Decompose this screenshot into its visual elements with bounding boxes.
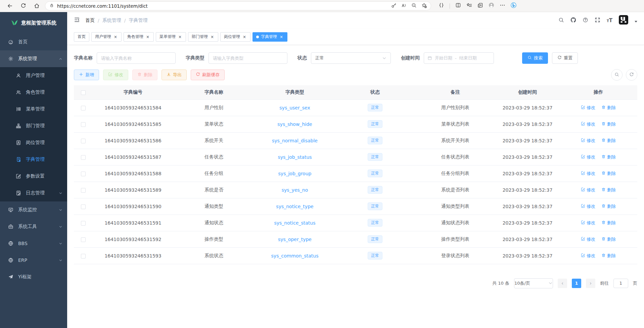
add-button[interactable]: 新增: [74, 69, 99, 80]
prev-page-button[interactable]: [558, 279, 567, 288]
dict-type-link[interactable]: sys_common_status: [271, 253, 319, 259]
tab[interactable]: 角色管理: [124, 32, 154, 42]
fullscreen-icon[interactable]: [595, 17, 600, 24]
sidebar-item[interactable]: 首页: [0, 34, 67, 50]
add-favorite-icon[interactable]: [421, 3, 427, 9]
row-checkbox[interactable]: [81, 155, 86, 160]
dict-type-link[interactable]: sys_normal_disable: [272, 138, 318, 143]
refresh-table-button[interactable]: [626, 69, 637, 81]
row-checkbox[interactable]: [81, 237, 86, 242]
address-bar[interactable]: https://ccnetcore.com:1101/system/dict: [45, 1, 431, 10]
sidebar-item[interactable]: 岗位管理: [0, 134, 67, 151]
refresh-icon[interactable]: [18, 1, 28, 11]
row-edit-button[interactable]: 修改: [581, 220, 595, 226]
sidebar-item[interactable]: 菜单管理: [0, 101, 67, 118]
search-icon[interactable]: [558, 17, 564, 24]
sidebar-item[interactable]: 参数设置: [0, 168, 67, 185]
lock-icon[interactable]: [49, 3, 54, 9]
row-checkbox[interactable]: [81, 106, 86, 110]
sidebar-item[interactable]: ERP: [0, 252, 67, 269]
tab[interactable]: 首页: [74, 32, 89, 42]
url-text[interactable]: https://ccnetcore.com:1101/system/dict: [57, 3, 388, 9]
sidebar-item[interactable]: 部门管理: [0, 118, 67, 134]
close-icon[interactable]: [242, 35, 247, 39]
status-select[interactable]: 正常: [311, 52, 391, 64]
row-checkbox[interactable]: [81, 188, 86, 193]
goto-page-input[interactable]: [613, 279, 628, 288]
delete-button[interactable]: 删除: [132, 69, 157, 80]
select-all-checkbox[interactable]: [81, 90, 86, 95]
row-checkbox[interactable]: [81, 172, 86, 176]
sidebar-item[interactable]: 用户管理: [0, 67, 67, 84]
row-delete-button[interactable]: 删除: [601, 203, 616, 209]
home-icon[interactable]: [32, 1, 42, 11]
close-icon[interactable]: [210, 35, 215, 39]
row-delete-button[interactable]: 删除: [601, 236, 616, 242]
caret-down-icon[interactable]: [635, 21, 637, 22]
page-size-select[interactable]: 10条/页: [514, 278, 553, 288]
more-icon[interactable]: [500, 2, 505, 9]
sidebar-item[interactable]: Yi框架: [0, 269, 67, 285]
close-icon[interactable]: [279, 35, 284, 39]
row-checkbox[interactable]: [81, 254, 86, 259]
row-delete-button[interactable]: 删除: [601, 220, 616, 226]
breadcrumb-home[interactable]: 首页: [85, 17, 95, 24]
row-edit-button[interactable]: 修改: [581, 121, 595, 127]
browser-essentials-icon[interactable]: [439, 2, 444, 9]
row-checkbox[interactable]: [81, 122, 86, 127]
app-logo[interactable]: 意框架管理系统: [0, 12, 67, 34]
row-edit-button[interactable]: 修改: [581, 236, 595, 242]
row-checkbox[interactable]: [81, 204, 86, 209]
read-aloud-icon[interactable]: [401, 3, 407, 9]
export-button[interactable]: 导出: [162, 69, 187, 80]
collections-icon[interactable]: [477, 2, 483, 9]
row-delete-button[interactable]: 删除: [601, 154, 616, 160]
dict-name-input[interactable]: [97, 52, 176, 64]
row-delete-button[interactable]: 删除: [601, 253, 616, 259]
close-icon[interactable]: [113, 35, 118, 39]
favorites-icon[interactable]: [466, 2, 472, 9]
breadcrumb-item[interactable]: 系统管理: [102, 17, 121, 24]
tab[interactable]: 部门管理: [188, 32, 218, 42]
dict-type-link[interactable]: sys_user_sex: [279, 105, 310, 110]
help-icon[interactable]: [583, 17, 588, 24]
tab[interactable]: 字典管理: [252, 32, 287, 42]
dict-type-link[interactable]: sys_job_status: [278, 154, 312, 160]
dict-type-link[interactable]: sys_job_group: [278, 171, 312, 176]
row-edit-button[interactable]: 修改: [581, 171, 595, 177]
tab[interactable]: 用户管理: [91, 32, 122, 42]
close-icon[interactable]: [178, 35, 182, 39]
date-range-picker[interactable]: 开始日期 - 结束日期: [424, 52, 494, 64]
row-edit-button[interactable]: 修改: [581, 154, 595, 160]
user-avatar[interactable]: [619, 15, 628, 26]
sidebar-item[interactable]: 日志管理: [0, 185, 67, 201]
reset-button[interactable]: 重置: [552, 52, 578, 64]
github-icon[interactable]: [570, 17, 576, 24]
row-delete-button[interactable]: 删除: [601, 171, 616, 177]
row-delete-button[interactable]: 删除: [601, 187, 616, 193]
dict-type-link[interactable]: sys_oper_type: [278, 237, 312, 242]
dict-type-input[interactable]: [209, 52, 287, 64]
collapse-sidebar-icon[interactable]: [74, 17, 80, 24]
refresh-cache-button[interactable]: 刷新缓存: [191, 69, 225, 80]
row-edit-button[interactable]: 修改: [581, 138, 595, 144]
sidebar-item[interactable]: 系统监控: [0, 201, 67, 218]
key-icon[interactable]: [391, 3, 397, 9]
row-checkbox[interactable]: [81, 221, 86, 226]
edit-button[interactable]: 修改: [103, 69, 128, 80]
row-edit-button[interactable]: 修改: [581, 105, 595, 111]
zoom-out-icon[interactable]: [411, 3, 417, 9]
tab[interactable]: 菜单管理: [156, 32, 186, 42]
row-delete-button[interactable]: 删除: [601, 138, 616, 144]
row-edit-button[interactable]: 修改: [581, 253, 595, 259]
dict-type-link[interactable]: sys_notice_status: [274, 220, 315, 226]
row-edit-button[interactable]: 修改: [581, 187, 595, 193]
sidebar-item[interactable]: 字典管理: [0, 151, 67, 168]
bing-chat-icon[interactable]: [511, 2, 516, 9]
dict-type-link[interactable]: sys_notice_type: [276, 204, 313, 209]
current-page-button[interactable]: 1: [572, 279, 581, 288]
profile-avatar[interactable]: [489, 2, 494, 9]
row-delete-button[interactable]: 删除: [601, 105, 616, 111]
sidebar-item[interactable]: 系统管理: [0, 50, 67, 67]
search-button[interactable]: 搜索: [522, 52, 548, 64]
